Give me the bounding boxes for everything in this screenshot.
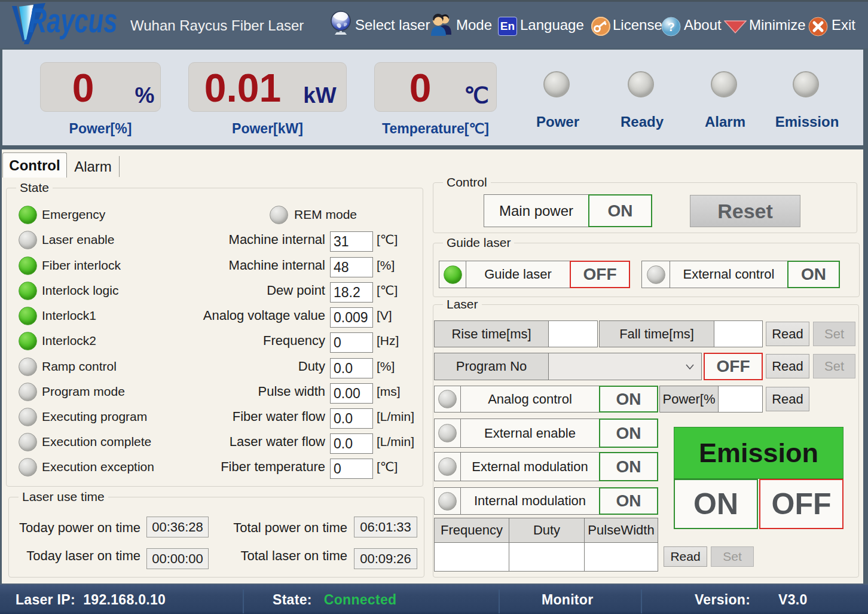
svg-text:?: ? (667, 20, 674, 33)
